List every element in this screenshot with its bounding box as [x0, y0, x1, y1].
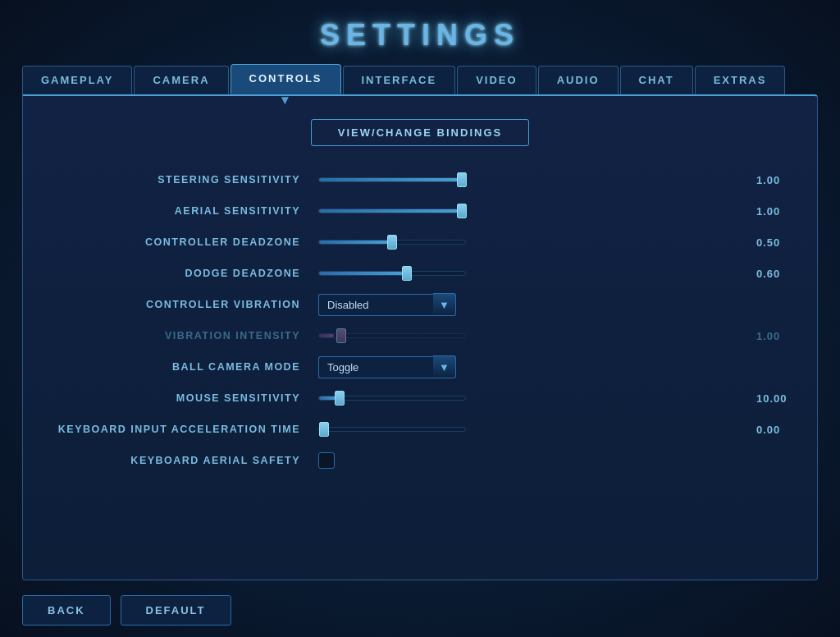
- aerial-sensitivity-value: 1.00: [756, 205, 792, 218]
- mouse-sensitivity-value: 10.00: [756, 392, 792, 405]
- vibration-intensity-label: VIBRATION INTENSITY: [48, 330, 318, 341]
- setting-row: DODGE DEADZONE 0.60: [48, 258, 792, 289]
- main-panel: VIEW/CHANGE BINDINGS STEERING SENSITIVIT…: [22, 94, 818, 580]
- ball-camera-mode-dropdown-container: Toggle Hold ▼: [318, 355, 456, 378]
- keyboard-aerial-safety-checkbox[interactable]: [318, 452, 335, 469]
- mouse-sensitivity-label: MOUSE SENSITIVITY: [48, 392, 318, 404]
- controller-deadzone-slider[interactable]: [318, 240, 743, 245]
- controller-vibration-dropdown-arrow[interactable]: ▼: [433, 293, 456, 316]
- setting-row: CONTROLLER VIBRATION Disabled Enabled ▼: [48, 289, 792, 320]
- setting-row: BALL CAMERA MODE Toggle Hold ▼: [48, 351, 792, 383]
- tab-interface[interactable]: INTERFACE: [343, 66, 456, 94]
- controller-vibration-label: CONTROLLER VIBRATION: [48, 299, 318, 310]
- steering-sensitivity-label: STEERING SENSITIVITY: [48, 174, 318, 186]
- keyboard-input-acceleration-time-slider[interactable]: [318, 427, 743, 432]
- setting-row: KEYBOARD INPUT ACCELERATION TIME 0.00: [48, 414, 792, 445]
- keyboard-input-acceleration-time-label: KEYBOARD INPUT ACCELERATION TIME: [48, 424, 318, 435]
- tab-camera[interactable]: CAMERA: [134, 66, 228, 94]
- controller-deadzone-label: CONTROLLER DEADZONE: [48, 236, 318, 248]
- tab-extras[interactable]: EXTRAS: [695, 66, 786, 94]
- keyboard-input-acceleration-time-value: 0.00: [756, 424, 792, 436]
- keyboard-aerial-safety-checkbox-container: [318, 452, 335, 469]
- setting-row: CONTROLLER DEADZONE 0.50: [48, 227, 792, 258]
- dodge-deadzone-value: 0.60: [756, 268, 792, 280]
- tab-audio[interactable]: AUDIO: [538, 66, 619, 94]
- setting-row: AERIAL SENSITIVITY 1.00: [48, 195, 792, 227]
- default-button[interactable]: DEFAULT: [121, 595, 231, 626]
- aerial-sensitivity-slider[interactable]: [318, 209, 743, 213]
- vibration-intensity-slider[interactable]: [318, 333, 743, 338]
- controller-vibration-dropdown-container: Disabled Enabled ▼: [318, 293, 456, 316]
- setting-row: STEERING SENSITIVITY 1.00: [48, 164, 792, 195]
- settings-grid: STEERING SENSITIVITY 1.00 AERIAL SENSITI…: [48, 164, 792, 476]
- tab-gameplay[interactable]: GAMEPLAY: [22, 66, 132, 94]
- bottom-bar: BACK DEFAULT: [22, 595, 818, 637]
- tabs-bar: GAMEPLAY CAMERA CONTROLS INTERFACE VIDEO…: [22, 64, 818, 94]
- ball-camera-mode-label: BALL CAMERA MODE: [48, 361, 318, 373]
- tab-chat[interactable]: CHAT: [620, 66, 693, 94]
- steering-sensitivity-slider[interactable]: [318, 177, 743, 182]
- view-change-bindings-button[interactable]: VIEW/CHANGE BINDINGS: [311, 119, 529, 146]
- controller-vibration-select[interactable]: Disabled Enabled: [318, 294, 433, 316]
- mouse-sensitivity-slider[interactable]: [318, 396, 743, 401]
- page-title: SETTINGS: [320, 18, 520, 53]
- aerial-sensitivity-label: AERIAL SENSITIVITY: [48, 205, 318, 217]
- setting-row: MOUSE SENSITIVITY 10.00: [48, 383, 792, 414]
- dodge-deadzone-slider[interactable]: [318, 271, 743, 276]
- vibration-intensity-value: 1.00: [756, 330, 792, 342]
- keyboard-aerial-safety-label: KEYBOARD AERIAL SAFETY: [48, 455, 318, 466]
- tab-controls[interactable]: CONTROLS: [231, 64, 341, 94]
- ball-camera-mode-dropdown-arrow[interactable]: ▼: [433, 355, 456, 378]
- tab-video[interactable]: VIDEO: [457, 66, 536, 94]
- ball-camera-mode-select[interactable]: Toggle Hold: [318, 356, 433, 378]
- setting-row: VIBRATION INTENSITY 1.00: [48, 320, 792, 351]
- steering-sensitivity-value: 1.00: [756, 174, 792, 186]
- setting-row: KEYBOARD AERIAL SAFETY: [48, 445, 792, 476]
- dodge-deadzone-label: DODGE DEADZONE: [48, 268, 318, 279]
- controller-deadzone-value: 0.50: [756, 236, 792, 249]
- back-button[interactable]: BACK: [22, 595, 111, 626]
